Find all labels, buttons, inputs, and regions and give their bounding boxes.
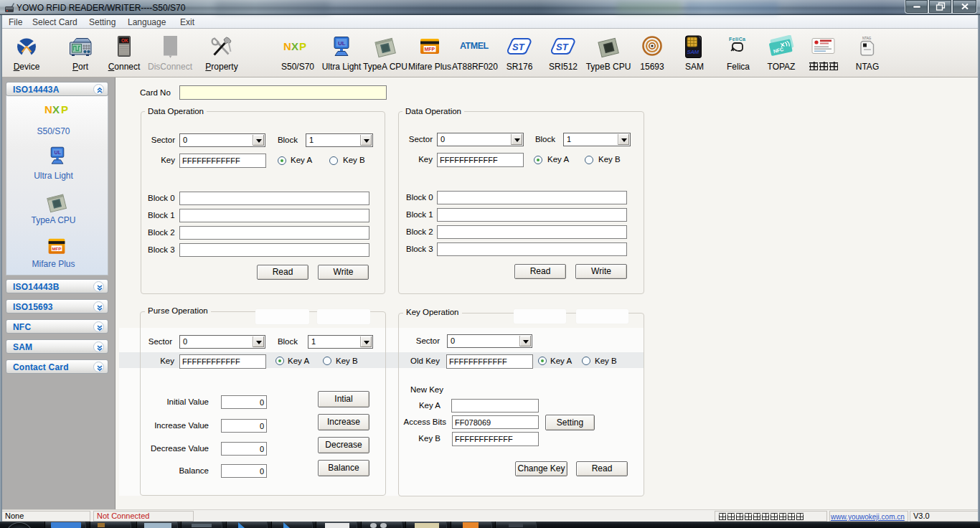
svg-text:N: N — [283, 40, 291, 52]
svg-text:NTAG: NTAG — [862, 37, 872, 40]
svg-text:MFP: MFP — [425, 47, 435, 52]
svg-text:OK: OK — [121, 38, 128, 43]
svg-text:UL: UL — [55, 150, 62, 155]
svg-text:P: P — [299, 40, 306, 52]
svg-text:MFP: MFP — [52, 246, 61, 251]
svg-text:UL: UL — [338, 40, 346, 47]
svg-text:X: X — [291, 40, 298, 52]
svg-text:N: N — [44, 103, 52, 116]
svg-text:X: X — [52, 103, 60, 116]
svg-text:ST: ST — [556, 42, 569, 52]
svg-text:ATMEL: ATMEL — [460, 41, 489, 51]
svg-text:P: P — [61, 103, 68, 116]
svg-text:ST: ST — [512, 42, 525, 52]
svg-text:FeliCa: FeliCa — [729, 37, 745, 42]
svg-text:SAM: SAM — [687, 49, 699, 55]
